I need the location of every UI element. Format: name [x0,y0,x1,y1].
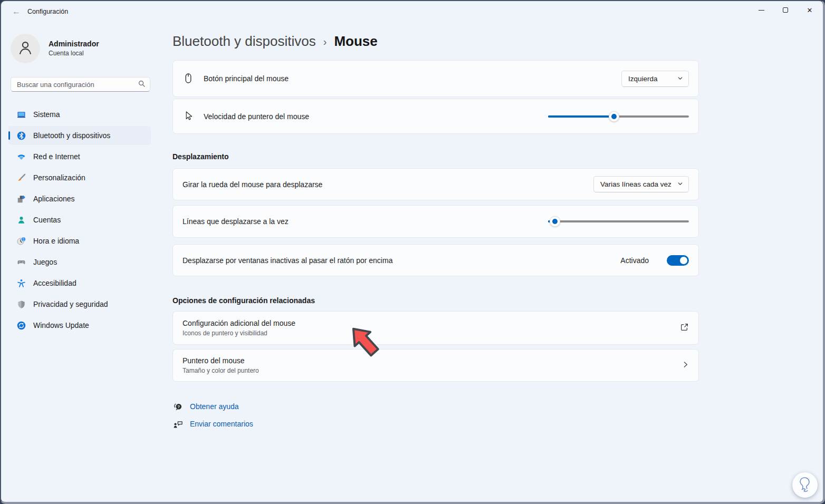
minimize-icon [759,10,764,11]
time-language-icon [17,237,26,246]
sidebar-item-windows-update[interactable]: Windows Update [8,316,151,335]
windows-update-icon [17,321,26,330]
sidebar-item-label: Privacidad y seguridad [33,300,108,308]
help-row: ? Obtener ayuda [172,401,239,412]
primary-button-dropdown[interactable]: Izquierda [621,71,689,87]
personalization-icon [17,173,26,182]
sidebar-item-label: Cuentas [33,216,61,224]
dropdown-value: Izquierda [628,75,658,83]
sidebar-item-label: Red e Internet [33,152,80,161]
mouse-icon [183,73,194,84]
slider-thumb[interactable] [550,216,560,227]
lines-label: Líneas que desplazarse a la vez [183,217,289,226]
lightbulb-badge[interactable] [792,472,818,498]
card-mouse-pointer[interactable]: Puntero del mouse Tamaño y color del pun… [172,349,699,382]
selected-accent-pill [8,131,10,140]
sidebar-item-aplicaciones[interactable]: Aplicaciones [8,189,151,208]
sidebar-item-bluetooth-y-dispositivos[interactable]: Bluetooth y dispositivos [8,126,151,145]
sidebar-item-accesibilidad[interactable]: Accesibilidad [8,274,151,293]
cursor-icon [183,111,194,122]
sidebar-item-hora-e-idioma[interactable]: Hora e idioma [8,231,151,250]
page-title: Mouse [334,33,377,50]
settings-window: ← Configuración ✕ Administrador Cuenta l… [0,0,825,504]
get-help-link[interactable]: Obtener ayuda [190,402,239,411]
send-feedback-link[interactable]: Enviar comentarios [190,420,253,428]
sidebar-item-cuentas[interactable]: Cuentas [8,210,151,229]
mouse-pointer-title: Puntero del mouse [183,356,259,365]
sidebar-item-label: Juegos [33,258,57,266]
back-button[interactable]: ← [7,4,25,19]
primary-button-label: Botón principal del mouse [204,74,289,83]
gaming-icon [17,258,26,267]
sidebar-item-label: Bluetooth y dispositivos [33,131,110,140]
accounts-icon [17,216,26,225]
pointer-speed-label: Velocidad de puntero del mouse [204,112,309,121]
person-icon [16,38,34,59]
inactive-windows-label: Desplazarse por ventanas inactivas al pa… [183,256,392,265]
sidebar-item-label: Accesibilidad [33,279,76,287]
sidebar-item-red-e-internet[interactable]: Red e Internet [8,147,151,166]
chevron-right-icon [682,361,689,370]
get-help-icon: ? [172,401,183,412]
wheel-scroll-label: Girar la rueda del mouse para desplazars… [183,180,322,189]
card-lines-at-a-time: Líneas que desplazarse a la vez [172,205,699,238]
lines-slider[interactable] [548,216,689,227]
additional-mouse-title: Configuración adicional del mouse [183,319,295,327]
sidebar-item-personalizacion[interactable]: Personalización [8,168,151,187]
card-inactive-windows: Desplazarse por ventanas inactivas al pa… [172,244,699,276]
dropdown-value: Varias líneas cada vez [600,180,671,188]
minimize-button[interactable] [749,1,773,19]
maximize-button[interactable] [773,1,798,19]
card-wheel-scroll: Girar la rueda del mouse para desplazars… [172,168,699,200]
bluetooth-icon [17,131,26,140]
network-icon [17,152,26,161]
breadcrumb-parent[interactable]: Bluetooth y dispositivos [172,33,316,50]
system-icon [17,110,26,119]
sidebar-item-privacidad-y-seguridad[interactable]: Privacidad y seguridad [8,295,151,314]
sidebar-item-label: Windows Update [33,321,89,329]
wheel-scroll-dropdown[interactable]: Varias líneas cada vez [593,176,689,192]
section-desplazamiento: Desplazamiento [172,152,229,161]
apps-icon [17,195,26,203]
sidebar-item-juegos[interactable]: Juegos [8,253,151,272]
card-additional-mouse-settings[interactable]: Configuración adicional del mouse Iconos… [172,311,699,345]
accessibility-icon [17,279,26,288]
pointer-speed-slider[interactable] [548,111,689,122]
toggle-knob [680,257,687,264]
section-related: Opciones de configuración relacionadas [172,296,315,305]
search-input[interactable] [17,81,138,89]
mouse-pointer-subtitle: Tamaño y color del puntero [183,367,259,374]
maximize-icon [783,7,788,13]
window-controls: ✕ [749,1,822,19]
titlebar: ← Configuración ✕ [1,1,823,22]
sidebar-item-label: Hora e idioma [33,237,79,245]
lightbulb-icon [795,474,814,496]
toggle-status-label: Activado [620,256,649,265]
additional-mouse-subtitle: Iconos de puntero y visibilidad [183,329,295,337]
sidebar: Administrador Cuenta local Sistema Bluet… [1,22,159,502]
sidebar-item-label: Personalización [33,173,85,182]
search-icon [138,80,146,90]
feedback-row: Enviar comentarios [172,418,253,430]
slider-fill [548,115,614,118]
search-box[interactable] [11,77,150,92]
slider-track [548,220,689,222]
window-title: Configuración [27,8,68,15]
slider-thumb[interactable] [609,111,619,122]
close-button[interactable]: ✕ [798,1,822,19]
card-pointer-speed: Velocidad de puntero del mouse [172,99,699,134]
breadcrumb-separator-icon: › [323,34,327,48]
breadcrumb: Bluetooth y dispositivos › Mouse [172,32,378,51]
avatar[interactable] [11,34,40,63]
inactive-windows-toggle[interactable] [667,255,689,266]
external-link-icon [680,323,689,334]
sidebar-item-sistema[interactable]: Sistema [8,105,151,124]
user-account-type: Cuenta local [49,50,84,57]
card-primary-button: Botón principal del mouse Izquierda [172,60,699,97]
chevron-down-icon [677,180,683,188]
sidebar-item-label: Sistema [33,110,60,119]
chevron-down-icon [677,75,683,83]
send-feedback-icon [172,419,183,429]
user-name: Administrador [49,40,99,48]
privacy-shield-icon [17,300,26,309]
